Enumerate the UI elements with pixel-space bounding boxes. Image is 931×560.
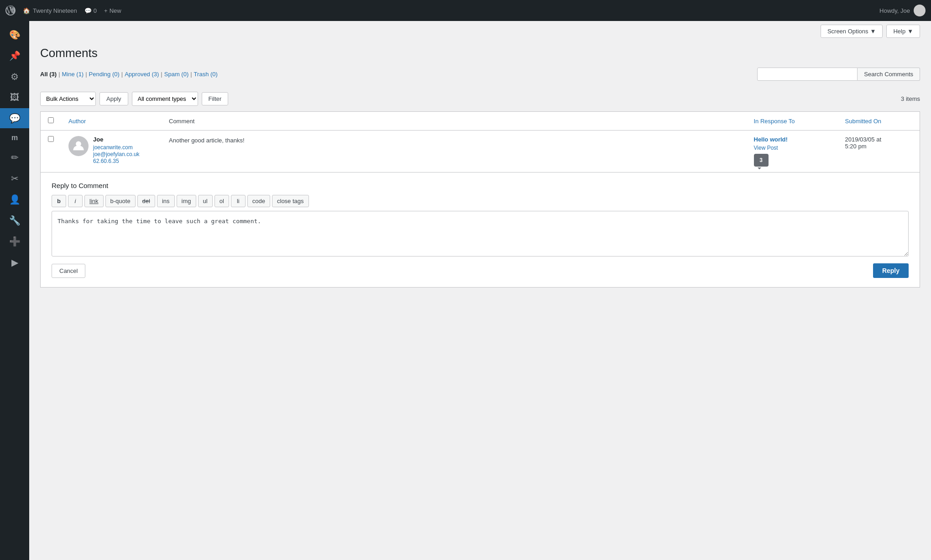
user-greeting[interactable]: Howdy, Joe [879, 5, 926, 16]
toolbar-bold-button[interactable]: b [52, 195, 66, 207]
sidebar-item-settings[interactable]: ⚙ [0, 67, 29, 87]
filter-spam[interactable]: Spam (0) [164, 71, 188, 78]
comment-count-badge: 3 [754, 154, 769, 167]
site-name[interactable]: 🏠 Twenty Nineteen [23, 7, 77, 14]
submitted-cell: 2019/03/05 at 5:20 pm [838, 131, 920, 173]
wp-logo[interactable] [5, 5, 16, 16]
filter-pending[interactable]: Pending (0) [89, 71, 120, 78]
home-icon: 🏠 [23, 7, 30, 14]
toolbar-close-tags-button[interactable]: close tags [272, 195, 309, 207]
toolbar-ol-button[interactable]: ol [214, 195, 229, 207]
toolbar-ins-button[interactable]: ins [157, 195, 175, 207]
sidebar: 🎨 📌 ⚙ 🖼 💬 m ✏ ✂ 👤 🔧 ➕ [0, 21, 29, 560]
screen-options-button[interactable]: Screen Options ▼ [821, 25, 883, 38]
chevron-down-icon-help: ▼ [907, 28, 913, 35]
filter-links: All (3) | Mine (1) | Pending (0) | Appro… [40, 71, 218, 78]
sidebar-item-media[interactable]: 🖼 [0, 88, 29, 107]
settings-icon: ⚙ [10, 71, 19, 82]
response-header[interactable]: In Response To [747, 112, 838, 131]
author-ip-link[interactable]: 62.60.6.35 [93, 158, 140, 164]
author-name: Joe [93, 136, 140, 143]
submitted-header[interactable]: Submitted On [838, 112, 920, 131]
select-all-header [41, 112, 62, 131]
filter-mine[interactable]: Mine (1) [62, 71, 84, 78]
filter-search-row: All (3) | Mine (1) | Pending (0) | Appro… [40, 68, 920, 86]
author-url-link[interactable]: joecanwrite.com [93, 144, 140, 151]
comment-types-select[interactable]: All comment types Comments Pings [132, 92, 198, 106]
comment-icon: 💬 [84, 7, 92, 14]
comment-cell: Another good article, thanks! [162, 131, 747, 173]
toolbar-del-button[interactable]: del [137, 195, 155, 207]
cancel-button[interactable]: Cancel [52, 264, 85, 278]
author-avatar [68, 136, 89, 156]
sidebar-item-posts[interactable]: ✏ [0, 147, 29, 167]
sidebar-item-play[interactable]: ▶ [0, 252, 29, 272]
toolbar-italic-button[interactable]: i [68, 195, 83, 207]
sidebar-item-wrench[interactable]: 🔧 [0, 210, 29, 230]
toolbar-ul-button[interactable]: ul [198, 195, 213, 207]
select-all-checkbox[interactable] [48, 117, 54, 123]
apply-button[interactable]: Apply [99, 92, 128, 105]
comments-nav-link[interactable]: 💬 0 [84, 7, 97, 14]
chevron-down-icon: ▼ [870, 28, 876, 35]
toolbar-code-button[interactable]: code [247, 195, 270, 207]
comment-text: Another good article, thanks! [169, 136, 739, 145]
new-content-link[interactable]: + New [104, 7, 121, 14]
reply-submit-button[interactable]: Reply [873, 263, 909, 278]
comments-icon: 💬 [9, 113, 21, 124]
author-email-link[interactable]: joe@joefylan.co.uk [93, 151, 140, 157]
filter-button[interactable]: Filter [202, 92, 229, 105]
items-count: 3 items [901, 95, 920, 102]
search-comments-button[interactable]: Search Comments [858, 68, 920, 81]
filter-all[interactable]: All (3) [40, 71, 57, 78]
table-row: Joe joecanwrite.com joe@joefylan.co.uk 6… [41, 131, 920, 173]
sidebar-item-appearance[interactable]: 🎨 [0, 25, 29, 45]
response-cell: Hello world! View Post 3 [747, 131, 838, 173]
bulk-actions-select[interactable]: Bulk Actions Approve Unapprove Mark as S… [40, 92, 96, 106]
play-icon: ▶ [11, 257, 18, 268]
users-icon: 👤 [9, 194, 21, 205]
response-post-title[interactable]: Hello world! [754, 136, 831, 143]
menus-icon: m [11, 134, 18, 142]
sidebar-item-menus[interactable]: m [0, 129, 29, 147]
submitted-date: 2019/03/05 at [845, 136, 913, 143]
avatar [914, 5, 926, 16]
author-cell: Joe joecanwrite.com joe@joefylan.co.uk 6… [61, 131, 162, 173]
add-new-icon: ➕ [9, 236, 21, 247]
filter-approved[interactable]: Approved (3) [125, 71, 159, 78]
sidebar-item-comments[interactable]: 💬 [0, 108, 29, 128]
plus-icon: + [104, 7, 108, 14]
author-header[interactable]: Author [61, 112, 162, 131]
row-checkbox[interactable] [48, 136, 54, 142]
search-area: Search Comments [757, 68, 920, 81]
toolbar-li-button[interactable]: li [231, 195, 246, 207]
reply-actions: Cancel Reply [52, 263, 909, 278]
filter-trash[interactable]: Trash (0) [194, 71, 218, 78]
toolbar-img-button[interactable]: img [177, 195, 196, 207]
sidebar-item-pinned[interactable]: 📌 [0, 46, 29, 66]
pin-icon: 📌 [9, 50, 21, 61]
reply-to-comment-section: Reply to Comment b i link b-quote del in… [40, 173, 920, 288]
comment-header: Comment [162, 112, 747, 131]
view-post-link[interactable]: View Post [754, 145, 831, 151]
tools-icon: ✂ [11, 173, 19, 184]
toolbar-bquote-button[interactable]: b-quote [105, 195, 136, 207]
posts-icon: ✏ [11, 152, 19, 163]
help-button[interactable]: Help ▼ [886, 25, 920, 38]
row-checkbox-cell [41, 131, 62, 173]
page-title: Comments [40, 46, 920, 60]
toolbar-link-button[interactable]: link [84, 195, 104, 207]
reply-textarea[interactable]: Thanks for taking the time to leave such… [52, 211, 909, 256]
wrench-icon: 🔧 [9, 215, 21, 226]
submitted-time: 5:20 pm [845, 143, 913, 150]
sidebar-item-users[interactable]: 👤 [0, 189, 29, 209]
main-content: Screen Options ▼ Help ▼ Comments All (3)… [29, 21, 931, 560]
page-content: Comments All (3) | Mine (1) | Pending (0… [29, 42, 931, 298]
sidebar-item-tools[interactable]: ✂ [0, 168, 29, 188]
reply-to-comment-title: Reply to Comment [52, 182, 909, 189]
sidebar-item-add-new[interactable]: ➕ [0, 231, 29, 251]
search-input[interactable] [757, 68, 858, 81]
admin-bar: 🏠 Twenty Nineteen 💬 0 + New Howdy, Joe [0, 0, 931, 21]
top-bar: Screen Options ▼ Help ▼ [29, 21, 931, 42]
table-controls: Bulk Actions Approve Unapprove Mark as S… [40, 92, 920, 106]
